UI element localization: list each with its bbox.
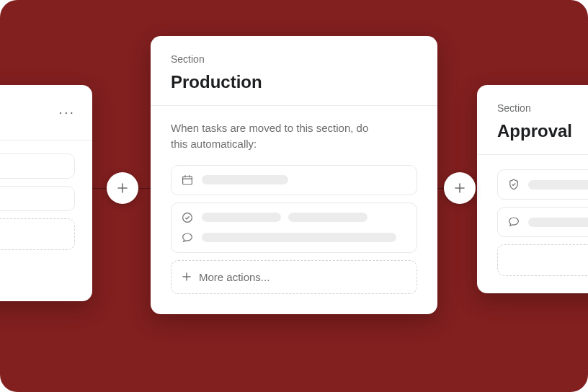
rule-card[interactable] <box>171 165 417 195</box>
section-title: Production <box>171 72 417 92</box>
comment-icon <box>180 231 195 245</box>
plus-icon <box>454 182 466 194</box>
rule-card[interactable] <box>171 202 417 253</box>
placeholder-bar <box>288 213 368 222</box>
section-card: Section Approval <box>477 85 588 293</box>
add-section-button[interactable] <box>444 172 476 204</box>
automation-prompt: When tasks are moved to this section, do… <box>171 120 373 152</box>
more-actions-placeholder[interactable] <box>0 218 75 250</box>
rule-card[interactable] <box>0 186 75 211</box>
placeholder-bar <box>202 175 288 184</box>
svg-rect-0 <box>183 176 192 184</box>
check-circle-icon <box>180 210 195 225</box>
more-actions-placeholder[interactable] <box>497 244 588 276</box>
more-actions-button[interactable]: More actions... <box>171 260 417 294</box>
placeholder-bar <box>202 233 396 242</box>
plus-icon <box>117 182 128 194</box>
calendar-icon <box>180 173 195 187</box>
workflow-canvas: ... Section Production When tasks are m <box>0 0 588 392</box>
placeholder-bar <box>528 180 588 190</box>
section-card: Section Production When tasks are moved … <box>151 36 437 314</box>
rule-card[interactable] <box>0 153 75 179</box>
section-card: ... <box>0 85 92 301</box>
rule-card[interactable] <box>497 207 588 237</box>
section-title: Approval <box>497 121 588 141</box>
add-section-button[interactable] <box>107 172 138 204</box>
placeholder-bar <box>528 218 588 227</box>
placeholder-bar <box>202 213 281 222</box>
approval-icon <box>507 177 521 192</box>
plus-icon <box>182 272 192 282</box>
svg-point-1 <box>183 213 192 222</box>
more-options-icon[interactable]: ... <box>58 101 75 117</box>
section-label: Section <box>171 53 417 65</box>
rule-card[interactable] <box>497 169 588 200</box>
more-actions-label: More actions... <box>199 271 270 283</box>
comment-icon <box>507 215 521 229</box>
section-label: Section <box>497 102 588 114</box>
